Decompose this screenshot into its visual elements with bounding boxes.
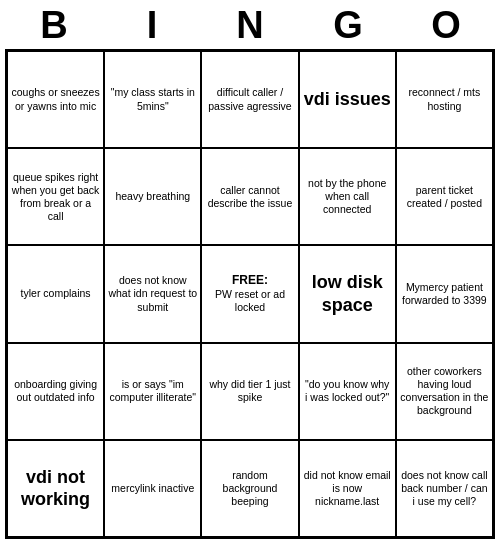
cell-16: is or says "im computer illiterate" <box>104 343 201 440</box>
letter-n: N <box>205 4 295 47</box>
letter-g: G <box>303 4 393 47</box>
cell-19: other coworkers having loud conversation… <box>396 343 493 440</box>
cell-12-free: FREE: PW reset or ad locked <box>201 245 298 342</box>
cell-5: queue spikes right when you get back fro… <box>7 148 104 245</box>
cell-3: vdi issues <box>299 51 396 148</box>
cell-13: low disk space <box>299 245 396 342</box>
cell-22: random background beeping <box>201 440 298 537</box>
cell-10: tyler complains <box>7 245 104 342</box>
cell-23: did not know email is now nickname.last <box>299 440 396 537</box>
free-label: FREE: <box>205 273 294 288</box>
letter-b: B <box>9 4 99 47</box>
cell-0: coughs or sneezes or yawns into mic <box>7 51 104 148</box>
cell-20: vdi not working <box>7 440 104 537</box>
cell-17: why did tier 1 just spike <box>201 343 298 440</box>
cell-24: does not know call back number / can i u… <box>396 440 493 537</box>
cell-15: onboarding giving out outdated info <box>7 343 104 440</box>
cell-21: mercylink inactive <box>104 440 201 537</box>
cell-11: does not know what idn request to submit <box>104 245 201 342</box>
letter-o: O <box>401 4 491 47</box>
bingo-header: B I N G O <box>5 0 495 49</box>
free-sub: PW reset or ad locked <box>205 288 294 314</box>
cell-18: "do you know why i was locked out?" <box>299 343 396 440</box>
cell-2: difficult caller / passive agressive <box>201 51 298 148</box>
cell-6: heavy breathing <box>104 148 201 245</box>
cell-4: reconnect / mts hosting <box>396 51 493 148</box>
bingo-grid: coughs or sneezes or yawns into mic "my … <box>5 49 495 539</box>
cell-1: "my class starts in 5mins" <box>104 51 201 148</box>
cell-8: not by the phone when call connected <box>299 148 396 245</box>
cell-9: parent ticket created / posted <box>396 148 493 245</box>
cell-14: Mymercy patient forwarded to 3399 <box>396 245 493 342</box>
letter-i: I <box>107 4 197 47</box>
cell-7: caller cannot describe the issue <box>201 148 298 245</box>
